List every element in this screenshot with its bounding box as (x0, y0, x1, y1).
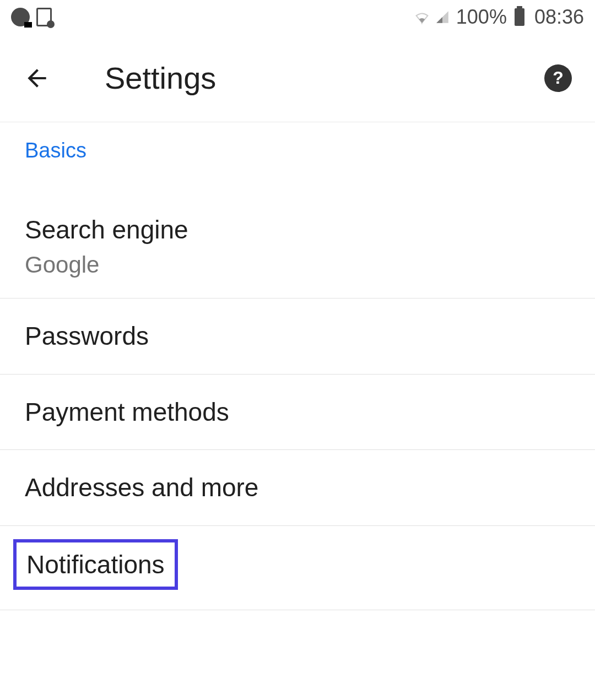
list-item-addresses[interactable]: Addresses and more (0, 450, 595, 525)
list-item-title: Payment methods (25, 394, 570, 430)
tablet-clock-icon (36, 8, 52, 26)
list-item-title: Notifications (26, 550, 165, 579)
signal-icon (435, 10, 450, 24)
back-button[interactable] (23, 64, 51, 92)
battery-percent: 100% (456, 6, 507, 29)
section-header: Basics (0, 122, 595, 173)
page-title: Settings (105, 60, 544, 96)
settings-list: Search engine Google Passwords Payment m… (0, 173, 595, 610)
list-item-subtitle: Google (25, 252, 570, 278)
status-right-icons: ↕ 100% 08:36 (413, 6, 584, 29)
list-item-payment-methods[interactable]: Payment methods (0, 375, 595, 450)
battery-icon (515, 8, 524, 26)
list-item-search-engine[interactable]: Search engine Google (0, 173, 595, 299)
svg-text:↕: ↕ (421, 21, 423, 24)
notification-icon (11, 8, 30, 26)
list-item-passwords[interactable]: Passwords (0, 299, 595, 374)
wifi-icon: ↕ (413, 10, 431, 24)
list-item-title: Addresses and more (25, 470, 570, 505)
status-bar: ↕ 100% 08:36 (0, 0, 595, 34)
list-item-notifications[interactable]: Notifications (0, 526, 595, 610)
status-left-icons (11, 8, 52, 26)
notifications-highlight-box: Notifications (13, 539, 178, 590)
section-title-basics: Basics (25, 139, 570, 162)
list-item-title: Passwords (25, 318, 570, 354)
status-time: 08:36 (534, 6, 584, 29)
help-button[interactable]: ? (544, 64, 572, 92)
list-item-title: Search engine (25, 212, 570, 247)
app-bar: Settings ? (0, 34, 595, 122)
back-arrow-icon (23, 63, 51, 93)
